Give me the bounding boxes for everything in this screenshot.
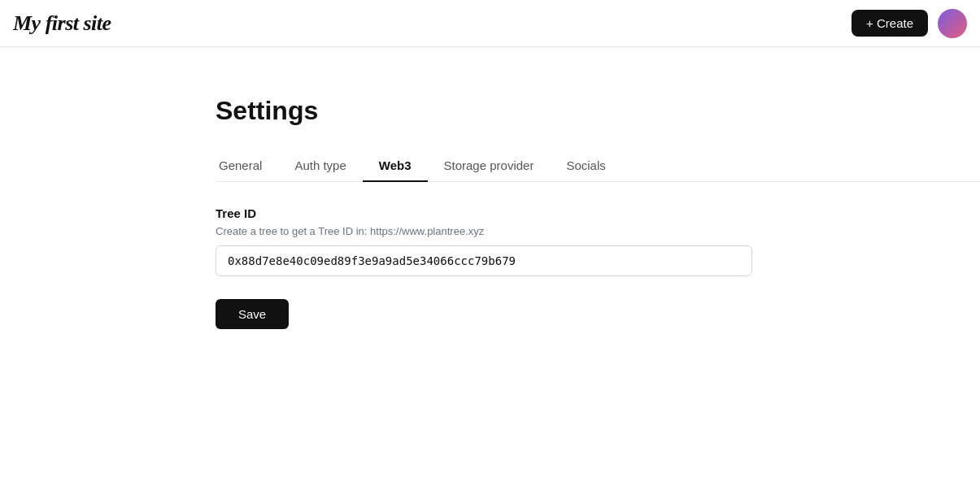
tree-id-label: Tree ID — [216, 206, 769, 220]
header-actions: + Create — [852, 9, 967, 38]
settings-tabs: General Auth type Web3 Storage provider … — [216, 150, 980, 182]
create-button[interactable]: + Create — [852, 10, 928, 37]
tree-id-input[interactable] — [216, 245, 752, 276]
tab-storage-provider[interactable]: Storage provider — [428, 150, 551, 182]
save-button[interactable]: Save — [216, 299, 289, 329]
tab-general[interactable]: General — [216, 150, 278, 182]
page-title: Settings — [216, 96, 980, 126]
tab-web3[interactable]: Web3 — [363, 150, 428, 182]
hint-text: Create a tree to get a Tree ID in: — [216, 225, 367, 237]
tab-socials[interactable]: Socials — [550, 150, 621, 182]
tab-auth-type[interactable]: Auth type — [278, 150, 362, 182]
avatar[interactable] — [938, 9, 967, 38]
site-title: My first site — [13, 11, 111, 36]
tree-id-hint: Create a tree to get a Tree ID in: https… — [216, 225, 769, 237]
main-content: Settings General Auth type Web3 Storage … — [0, 47, 980, 329]
tree-id-field-group: Tree ID Create a tree to get a Tree ID i… — [216, 206, 769, 276]
tab-content: Tree ID Create a tree to get a Tree ID i… — [216, 206, 769, 329]
header: My first site + Create — [0, 0, 980, 47]
hint-link[interactable]: https://www.plantree.xyz — [370, 225, 484, 237]
